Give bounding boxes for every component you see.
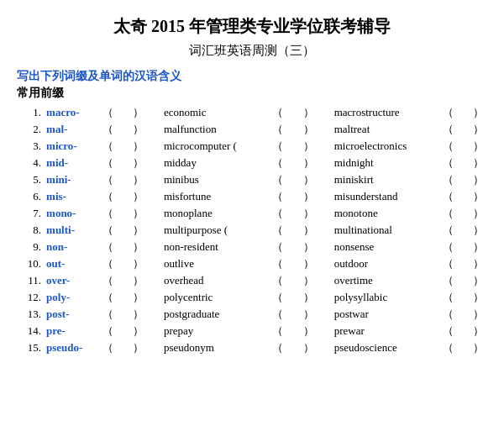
paren-close-3: ） <box>470 171 487 188</box>
paren-open-3: （ <box>440 306 457 323</box>
paren-open-1: （ <box>99 138 116 155</box>
paren-open-3: （ <box>440 138 457 155</box>
row-number: 10. <box>17 255 45 272</box>
paren-open-3: （ <box>440 239 457 255</box>
answer-space-1 <box>116 306 129 323</box>
word2: miniskirt <box>331 171 440 188</box>
paren-open-1: （ <box>99 239 116 255</box>
answer-space-2 <box>286 121 300 138</box>
answer-space-1 <box>116 323 129 339</box>
paren-open-2: （ <box>270 222 286 239</box>
paren-close-2: ） <box>300 306 317 323</box>
row-number: 3. <box>17 138 45 155</box>
answer-space-2 <box>286 323 300 339</box>
paren-open-3: （ <box>440 104 457 121</box>
answer-space-1 <box>116 222 129 239</box>
paren-close-1: ） <box>129 188 146 205</box>
paren-open-2: （ <box>270 272 286 289</box>
answer-space-3 <box>457 104 470 121</box>
row-number: 9. <box>17 239 45 255</box>
paren-close-2: ） <box>300 323 317 339</box>
answer-space-3 <box>457 306 470 323</box>
paren-open-1: （ <box>99 306 116 323</box>
paren-close-2: ） <box>300 171 317 188</box>
prefix: post- <box>45 306 99 323</box>
word2: macrostructure <box>331 104 440 121</box>
prefix: pre- <box>45 323 99 339</box>
paren-close-3: ） <box>470 104 487 121</box>
paren-open-2: （ <box>270 121 286 138</box>
row-number: 13. <box>17 306 45 323</box>
word2: midnight <box>331 155 440 171</box>
table-row: 10. out- （ ） outlive （ ） outdoor （ ） <box>17 255 487 272</box>
answer-space-2 <box>286 255 300 272</box>
paren-open-2: （ <box>270 323 286 339</box>
answer-space-3 <box>457 121 470 138</box>
paren-open-3: （ <box>440 289 457 306</box>
answer-space-1 <box>116 255 129 272</box>
answer-space-2 <box>286 171 300 188</box>
paren-open-2: （ <box>270 306 286 323</box>
paren-close-2: ） <box>300 272 317 289</box>
prefix: out- <box>45 255 99 272</box>
paren-close-1: ） <box>129 272 146 289</box>
answer-space-3 <box>457 272 470 289</box>
paren-close-3: ） <box>470 239 487 255</box>
paren-open-1: （ <box>99 255 116 272</box>
paren-open-3: （ <box>440 222 457 239</box>
word2: postwar <box>331 306 440 323</box>
paren-open-3: （ <box>440 155 457 171</box>
vocab-table: 1. macro- （ ） economic （ ） macrostructur… <box>17 104 487 356</box>
paren-open-2: （ <box>270 155 286 171</box>
answer-space-2 <box>286 289 300 306</box>
answer-space-3 <box>457 239 470 255</box>
prefix: pseudo- <box>45 339 99 356</box>
answer-space-1 <box>116 239 129 255</box>
prefix: multi- <box>45 222 99 239</box>
paren-open-2: （ <box>270 104 286 121</box>
paren-close-1: ） <box>129 104 146 121</box>
paren-open-1: （ <box>99 155 116 171</box>
row-number: 6. <box>17 188 45 205</box>
table-row: 13. post- （ ） postgraduate （ ） postwar （… <box>17 306 487 323</box>
answer-space-3 <box>457 155 470 171</box>
answer-space-1 <box>116 339 129 356</box>
paren-open-2: （ <box>270 339 286 356</box>
table-row: 4. mid- （ ） midday （ ） midnight （ ） <box>17 155 487 171</box>
word1: midday <box>160 155 270 171</box>
paren-open-3: （ <box>440 121 457 138</box>
paren-open-1: （ <box>99 205 116 222</box>
word2: prewar <box>331 323 440 339</box>
row-number: 2. <box>17 121 45 138</box>
paren-close-1: ） <box>129 138 146 155</box>
paren-open-1: （ <box>99 171 116 188</box>
word1: economic <box>160 104 270 121</box>
word2: nonsense <box>331 239 440 255</box>
paren-open-1: （ <box>99 222 116 239</box>
instruction: 写出下列词缀及单词的汉语含义 <box>17 69 487 84</box>
row-number: 7. <box>17 205 45 222</box>
answer-space-3 <box>457 188 470 205</box>
prefix: mid- <box>45 155 99 171</box>
paren-close-3: ） <box>470 121 487 138</box>
category: 常用前缀 <box>17 86 487 101</box>
answer-space-3 <box>457 138 470 155</box>
answer-space-3 <box>457 339 470 356</box>
answer-space-2 <box>286 104 300 121</box>
paren-open-3: （ <box>440 171 457 188</box>
table-row: 6. mis- （ ） misfortune （ ） misunderstand… <box>17 188 487 205</box>
word1: misfortune <box>160 188 270 205</box>
word1: minibus <box>160 171 270 188</box>
row-number: 4. <box>17 155 45 171</box>
answer-space-1 <box>116 205 129 222</box>
paren-close-2: ） <box>300 339 317 356</box>
row-number: 14. <box>17 323 45 339</box>
paren-open-2: （ <box>270 188 286 205</box>
word1: microcomputer ( <box>160 138 270 155</box>
paren-open-3: （ <box>440 255 457 272</box>
answer-space-1 <box>116 138 129 155</box>
paren-close-2: ） <box>300 188 317 205</box>
paren-close-3: ） <box>470 289 487 306</box>
answer-space-1 <box>116 188 129 205</box>
table-row: 8. multi- （ ） multipurpose ( （ ） multina… <box>17 222 487 239</box>
